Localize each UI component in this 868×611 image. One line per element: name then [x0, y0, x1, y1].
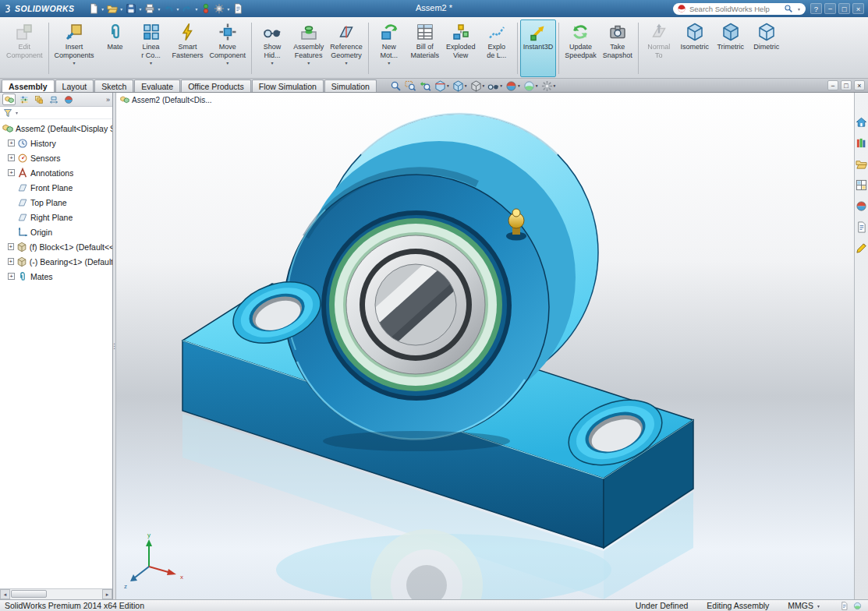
scrollbar-thumb[interactable]: [11, 590, 47, 598]
search-icon[interactable]: [784, 4, 793, 13]
filter-icon[interactable]: [3, 108, 12, 118]
restore-button[interactable]: □: [838, 3, 850, 14]
redo-button[interactable]: [180, 2, 193, 16]
ribbon-button-normal-to[interactable]: NormalTo: [641, 19, 677, 77]
dropdown-caret[interactable]: ▾: [195, 6, 197, 12]
ribbon-button-instant3d[interactable]: Instant3D: [520, 19, 557, 77]
ribbon-button-isometric[interactable]: Isometric: [677, 19, 713, 77]
search-dropdown-caret[interactable]: ▾: [798, 6, 800, 12]
dropdown-caret[interactable]: ▾: [158, 6, 160, 12]
manager-tab-dimxpertmanager[interactable]: [47, 94, 60, 105]
ribbon-button-smart-fasteners[interactable]: SmartFasteners: [169, 19, 207, 77]
ribbon-button-reference-geometry[interactable]: ReferenceGeometry▾: [327, 19, 366, 77]
help-button[interactable]: ?: [810, 3, 822, 14]
close-button[interactable]: ×: [852, 3, 864, 14]
ribbon-button-update-speedpak[interactable]: UpdateSpeedpak: [562, 19, 600, 77]
tree-expander[interactable]: +: [8, 140, 15, 147]
ribbon-button-linear-pattern[interactable]: Linear Co...▾: [133, 19, 169, 77]
ribbon-button-explode-lines[interactable]: Explode L...: [479, 19, 515, 77]
tree-item-top-plane[interactable]: Top Plane: [0, 195, 112, 210]
view-toolbar-section-view[interactable]: ▾: [434, 80, 449, 92]
dropdown-caret[interactable]: ▾: [120, 6, 122, 12]
tab-office-products[interactable]: Office Products: [181, 79, 251, 92]
dropdown-caret[interactable]: ▾: [101, 6, 104, 12]
help-search-box[interactable]: Search SolidWorks Help ▾: [673, 3, 806, 15]
restore-document-button[interactable]: □: [841, 80, 852, 90]
ribbon-button-bill-of-materials[interactable]: Bill ofMaterials: [407, 19, 443, 77]
dropdown-caret[interactable]: ▾: [139, 6, 141, 12]
tree-item-right-plane[interactable]: Right Plane: [0, 210, 112, 224]
tree-expander[interactable]: +: [8, 154, 15, 161]
task-pane-design-library[interactable]: [856, 137, 867, 149]
ribbon-button-insert-components[interactable]: InsertComponents▾: [51, 19, 97, 77]
tree-item-front-plane[interactable]: Front Plane: [0, 180, 112, 195]
tree-expander[interactable]: +: [8, 258, 14, 265]
ribbon-button-take-snapshot[interactable]: TakeSnapshot: [600, 19, 636, 77]
tree-item-history[interactable]: +History: [0, 136, 112, 150]
ribbon-button-new-motion[interactable]: NewMot...▾: [371, 19, 407, 77]
task-pane-file-explorer[interactable]: [856, 158, 867, 170]
print-button[interactable]: [143, 2, 156, 16]
manager-tab-propertymanager[interactable]: [17, 94, 30, 105]
dropdown-caret[interactable]: ▾: [227, 6, 229, 12]
task-pane-view-palette[interactable]: [856, 179, 867, 191]
tab-flow-simulation[interactable]: Flow Simulation: [252, 79, 324, 92]
tree-expander[interactable]: +: [8, 243, 14, 250]
save-button[interactable]: [124, 2, 137, 16]
view-toolbar-view-settings[interactable]: ▾: [541, 80, 556, 92]
new-document-button[interactable]: [87, 2, 100, 16]
tree-item-mates[interactable]: +Mates: [0, 269, 112, 284]
tree-item-sensors[interactable]: +Sensors: [0, 150, 112, 165]
task-pane-forum[interactable]: [856, 242, 867, 254]
tab-sketch[interactable]: Sketch: [94, 79, 133, 92]
tree-item-f-block-1-default-de[interactable]: +(f) Block<1> (Default<<De...: [0, 239, 112, 254]
ribbon-button-edit-component[interactable]: EditComponent: [3, 19, 46, 77]
tree-item-origin[interactable]: Origin: [0, 224, 112, 239]
close-document-button[interactable]: ×: [854, 80, 865, 90]
view-toolbar-display-style[interactable]: ▾: [470, 80, 485, 92]
view-toolbar-hide-show-items[interactable]: ▾: [487, 80, 502, 92]
ribbon-button-trimetric[interactable]: Trimetric: [713, 19, 749, 77]
view-toolbar-previous-view[interactable]: [420, 80, 431, 92]
manager-tab-featuremanager[interactable]: [2, 94, 16, 105]
view-toolbar-zoom-fit[interactable]: [390, 80, 402, 92]
model-scene[interactable]: y x z: [116, 93, 854, 599]
scrollbar-track[interactable]: [10, 589, 102, 599]
ribbon-button-dimetric[interactable]: Dimetric: [749, 19, 785, 77]
tab-assembly[interactable]: Assembly: [2, 79, 55, 92]
scroll-right-arrow[interactable]: ▸: [102, 589, 112, 599]
open-button[interactable]: [105, 2, 119, 16]
ribbon-button-exploded-view[interactable]: ExplodedView: [443, 19, 479, 77]
model-bearing[interactable]: [329, 218, 502, 391]
undo-button[interactable]: [161, 2, 175, 16]
manager-tab-displaymanager[interactable]: [62, 94, 75, 105]
panel-horizontal-scrollbar[interactable]: ◂ ▸: [0, 588, 112, 599]
ribbon-button-move-component[interactable]: MoveComponent▾: [207, 19, 250, 77]
dropdown-caret[interactable]: ▾: [176, 6, 179, 12]
tab-simulation[interactable]: Simulation: [324, 79, 377, 92]
rebuild-button[interactable]: [199, 2, 212, 16]
tree-item-root[interactable]: Assem2 (Default<Display Sta...: [0, 121, 112, 136]
view-toolbar-edit-appearance[interactable]: ▾: [505, 80, 520, 92]
tab-evaluate[interactable]: Evaluate: [134, 79, 180, 92]
options-button[interactable]: [212, 2, 225, 16]
graphics-area[interactable]: y x z Assem2 (Default<Dis...: [116, 93, 854, 599]
tree-expander[interactable]: +: [8, 169, 15, 176]
filter-caret[interactable]: ▾: [16, 110, 18, 115]
view-toolbar-view-orientation[interactable]: ▾: [452, 80, 467, 92]
tree-item-bearing-1-default[interactable]: +(-) Bearing<1> (Default<<...: [0, 254, 112, 269]
view-toolbar-zoom-area[interactable]: [405, 80, 416, 92]
ribbon-button-show-hidden[interactable]: ShowHid...▾: [254, 19, 290, 77]
tree-expander[interactable]: +: [8, 273, 15, 280]
task-pane-solidworks-resources[interactable]: [856, 116, 867, 128]
minimize-button[interactable]: −: [824, 3, 836, 14]
manager-tab-configurationmanager[interactable]: [32, 94, 45, 105]
statusbar-units-dropdown[interactable]: MMGS ▾: [788, 601, 821, 610]
manager-tab-overflow[interactable]: »: [106, 96, 110, 104]
task-pane-appearances-scenes[interactable]: [856, 200, 867, 212]
task-pane-custom-properties[interactable]: [856, 221, 867, 233]
tab-layout[interactable]: Layout: [55, 79, 94, 92]
scroll-left-arrow[interactable]: ◂: [0, 589, 10, 599]
file-properties-button[interactable]: [231, 2, 244, 16]
view-toolbar-apply-scene[interactable]: ▾: [523, 80, 538, 92]
